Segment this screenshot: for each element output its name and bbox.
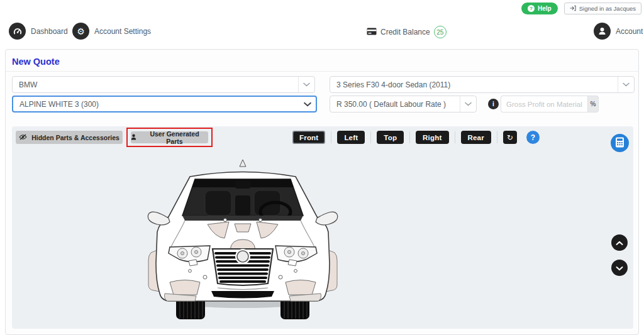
chevron-down-icon (299, 97, 316, 111)
chevron-up-icon (616, 238, 623, 248)
nav-account-settings-label: Account Settings (94, 27, 151, 36)
vehicle-front-illustration[interactable] (130, 158, 356, 320)
hidden-parts-button[interactable]: Hidden Parts & Accessories (16, 131, 123, 144)
chevron-down-icon (298, 77, 314, 92)
credit-balance-label: Credit Balance (380, 28, 430, 36)
credit-balance-badge: 25 (434, 26, 447, 38)
refresh-icon: ↻ (507, 133, 513, 142)
nav-account-settings[interactable]: ⚙ Account Settings (72, 23, 151, 40)
chevron-down-icon (618, 77, 634, 92)
viewer-help-button[interactable]: ? (526, 131, 540, 144)
view-front-button[interactable]: Front (292, 131, 325, 144)
gross-profit-input[interactable] (501, 96, 587, 113)
sign-in-icon (570, 5, 576, 13)
account-icon (594, 23, 611, 40)
view-top-button[interactable]: Top (377, 131, 404, 144)
calculator-icon (615, 137, 625, 150)
view-rear-button[interactable]: Rear (461, 131, 491, 144)
model-select[interactable]: 3 Series F30 4-door Sedan (2011) (330, 76, 635, 93)
model-select-value: 3 Series F30 4-door Sedan (2011) (330, 80, 618, 89)
separator (331, 131, 331, 143)
color-select-value: ALPINE WHITE 3 (300) (13, 100, 299, 109)
make-select[interactable]: BMW (12, 76, 315, 93)
help-button[interactable]: ? Help (521, 3, 558, 14)
user-generated-parts-button[interactable]: User Generated Parts (131, 131, 208, 143)
nav-account[interactable]: Account (594, 23, 643, 40)
scroll-down-button[interactable] (611, 260, 628, 276)
view-right-button[interactable]: Right (416, 131, 448, 144)
new-quote-panel: New Quote BMW 3 Series F30 4-door Sedan … (5, 49, 639, 335)
calculator-button[interactable] (611, 134, 629, 152)
info-icon[interactable]: i (488, 99, 499, 109)
help-icon: ? (528, 5, 535, 12)
page-title: New Quote (12, 57, 60, 67)
credit-balance: Credit Balance 25 (367, 26, 447, 38)
vehicle-viewer: Hidden Parts & Accessories User Generate… (12, 126, 633, 329)
scroll-up-button[interactable] (611, 234, 628, 251)
user-generated-parts-label: User Generated Parts (141, 130, 208, 145)
labour-rate-select[interactable]: R 350.00 ( Default Labour Rate ) (330, 96, 477, 113)
help-button-label: Help (538, 5, 552, 12)
chevron-down-icon (460, 96, 476, 112)
divider (6, 71, 638, 72)
labour-rate-value: R 350.00 ( Default Labour Rate ) (330, 100, 460, 109)
credit-card-icon (367, 26, 377, 38)
gears-icon: ⚙ (72, 23, 89, 40)
gross-profit-group: % (501, 96, 599, 113)
separator (497, 131, 497, 143)
view-left-button[interactable]: Left (337, 131, 365, 144)
nav-dashboard[interactable]: Dashboard (9, 23, 68, 40)
separator (455, 131, 455, 143)
session-bar: ? Help Signed in as Jacques (521, 3, 641, 14)
nav-account-label: Account (616, 27, 643, 36)
make-select-value: BMW (13, 80, 298, 89)
highlight-box: User Generated Parts (126, 128, 213, 147)
refresh-button[interactable]: ↻ (503, 131, 517, 144)
signed-in-label: Signed in as Jacques (579, 5, 636, 12)
percent-suffix: % (587, 96, 599, 113)
question-icon: ? (531, 133, 535, 142)
dashboard-icon (9, 23, 26, 40)
user-icon (131, 134, 136, 141)
hidden-parts-label: Hidden Parts & Accessories (31, 134, 119, 141)
chevron-down-icon (616, 263, 623, 273)
color-select[interactable]: ALPINE WHITE 3 (300) (12, 96, 317, 113)
signed-in-button[interactable]: Signed in as Jacques (564, 3, 641, 14)
separator (370, 131, 371, 143)
page: ? Help Signed in as Jacques Dashboard ⚙ … (0, 0, 644, 335)
view-buttons: Front Left Top Right Rear ↻ ? (292, 131, 540, 144)
nav-dashboard-label: Dashboard (31, 27, 68, 36)
eye-off-icon (19, 134, 27, 141)
separator (409, 131, 410, 143)
